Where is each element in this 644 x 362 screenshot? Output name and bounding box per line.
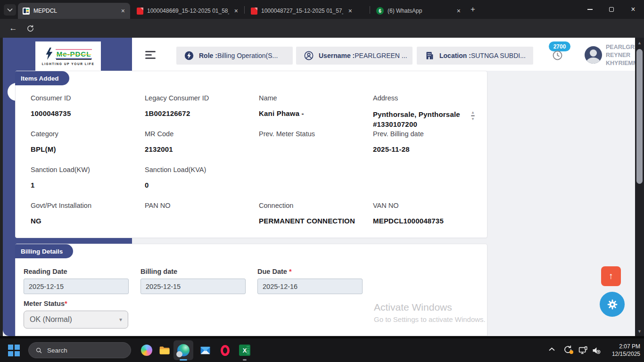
meter-status-value: OK (Normal) [30,315,72,324]
whatsapp-favicon-icon: 6 [376,7,384,15]
activate-windows-watermark: Activate Windows Go to Settings to activ… [374,302,486,323]
profile-name-line: REYNER [606,51,637,59]
update-restart-icon[interactable] [563,345,573,354]
tab-close-icon[interactable]: × [120,7,126,15]
scrollbar-down-icon[interactable]: ▼ [635,329,644,334]
excel-running-indicator [243,359,247,361]
field-govt-pvt-installation: Govt/Pvt Installation NG [31,200,145,236]
scroll-to-top-button[interactable]: ↑ [601,266,621,286]
logo-tagline: LIGHTING UP YOUR LIFE [42,62,95,66]
page-scrollbar[interactable]: ▲ ▼ [635,38,644,336]
windows-start-button[interactable] [8,345,20,356]
window-minimize-button[interactable] [579,0,601,19]
clock-date: 12/15/2025 [604,350,640,358]
file-explorer-icon[interactable] [157,343,172,357]
scroll-up-icon[interactable]: ▲ [471,110,475,115]
browser-tabstrip: MEPDCL × 1000048669_15-12-2025 01_58_53 … [0,0,644,19]
tab-close-icon[interactable]: × [233,7,239,15]
username-value: PEARLGREEN ... [355,52,407,59]
tab-separator [244,6,245,14]
display-network-icon[interactable] [578,346,588,355]
field-mr-code: MR Code 2132001 [145,129,259,165]
edge-profile-dot [176,351,182,357]
tab-mepdcl[interactable]: MEPDCL × [18,3,130,19]
reading-date-input[interactable] [24,279,129,294]
due-date-label: Due Date [257,268,287,275]
bolt-circle-icon [184,50,194,61]
tab-pdf-2[interactable]: 1000048727_15-12-2025 01_57_07 × [246,3,357,19]
field-legacy-consumer-id: Legacy Consumer ID 1B002126672 [145,93,259,129]
field-consumer-id: Consumer ID 1000048735 [31,93,145,129]
excel-icon[interactable]: X [238,343,252,357]
location-pill[interactable]: Location :SUTNGA SUBDI... [417,47,533,65]
role-text: Role :Billing Operation(S... [199,52,278,59]
tab-search-menu-button[interactable] [4,4,16,16]
window-close-button[interactable]: × [622,0,644,19]
clock-time: 2:07 PM [604,343,640,350]
field-connection: Connection PERMANENT CONNECTION [259,200,373,236]
role-label: Role : [199,52,217,59]
reading-date-label: Reading Date [24,268,67,275]
meter-status-label: Meter Status [24,300,65,307]
edge-active-indicator [180,359,187,361]
volume-muted-icon[interactable] [591,346,601,355]
tab-whatsapp[interactable]: 6 (6) WhatsApp × [372,3,466,19]
taskbar-search[interactable]: Search [28,342,131,358]
due-date-group: Due Date * [257,268,374,294]
settings-fab-button[interactable] [600,292,625,317]
user-avatar[interactable] [585,46,602,64]
location-value: SUTNGA SUBDI... [471,52,526,59]
sidebar-toggle-button[interactable] [145,51,157,61]
address-scroll-spinner[interactable]: ▲ ▼ [470,110,476,121]
opera-icon[interactable] [218,343,232,357]
new-tab-button[interactable]: + [471,5,475,14]
username-pill[interactable]: Username :PEARLGREEN ... [296,47,413,65]
required-mark: * [65,300,67,307]
tab-close-icon[interactable]: × [347,7,354,15]
items-added-card: Items Added Consumer ID 1000048735 Legac… [15,71,487,238]
username-label: Username : [319,52,355,59]
billing-date-input[interactable] [140,279,246,294]
copilot-taskbar-icon[interactable] [140,343,154,357]
tab-close-icon[interactable]: × [455,7,462,15]
field-pan-no: PAN NO [145,200,259,236]
refresh-button[interactable] [23,19,38,38]
taskbar-clock[interactable]: 2:07 PM 12/15/2025 [604,343,640,358]
required-mark: * [287,268,292,275]
tray-chevron-up-icon[interactable] [549,347,555,351]
role-value: Billing Operation(S... [217,52,278,59]
field-sanction-load-kva: Sanction Load(KVA) 0 [145,165,259,200]
tab-title: 1000048727_15-12-2025 01_57_07 [261,8,343,14]
role-pill[interactable]: Role :Billing Operation(S... [176,47,293,65]
update-alert-dot [570,350,573,354]
gear-icon [606,298,619,311]
scrollbar-up-icon[interactable]: ▲ [635,41,644,45]
browser-toolbar: ← https://mepdcl.ubs.ieasybill.com/BillG… [0,19,644,38]
bolt-icon [44,48,54,60]
building-icon [424,50,435,61]
profile-name: PEARLGREEN REYNER KHYRIEMMUJ [606,43,637,68]
field-name: Name Kani Phawa - [259,93,373,129]
meter-status-select[interactable]: OK (Normal) ▾ [24,311,128,329]
reading-date-group: Reading Date [24,268,140,294]
app-viewport: Me-PDCL LIGHTING UP YOUR LIFE Dashboards [0,38,644,336]
scroll-down-icon[interactable]: ▼ [471,117,475,121]
field-address: Address Pynthorsale, Pynthorsale #133010… [373,93,487,129]
field-sanction-load-kw: Sanction Load(KW) 1 [31,165,145,200]
scrollbar-thumb[interactable] [636,49,643,184]
taskbar: Search X [0,338,644,362]
user-circle-icon [304,50,314,61]
location-text: Location :SUTNGA SUBDI... [439,52,526,59]
tab-pdf-1[interactable]: 1000048669_15-12-2025 01_58_53 × [132,3,243,19]
scroll-handle[interactable] [471,115,475,116]
clock-icon[interactable] [552,49,563,61]
profile-name-line: KHYRIEMMUJ [606,59,637,67]
mail-icon[interactable] [198,343,212,357]
mepdcl-favicon-icon [23,8,30,15]
edge-browser-icon[interactable] [173,340,193,360]
window-maximize-button[interactable] [601,0,622,19]
back-button[interactable]: ← [6,19,21,38]
due-date-input[interactable] [257,279,363,294]
field-van-no: VAN NO MEPDCL1000048735 [373,200,487,236]
tab-separator [370,6,370,14]
